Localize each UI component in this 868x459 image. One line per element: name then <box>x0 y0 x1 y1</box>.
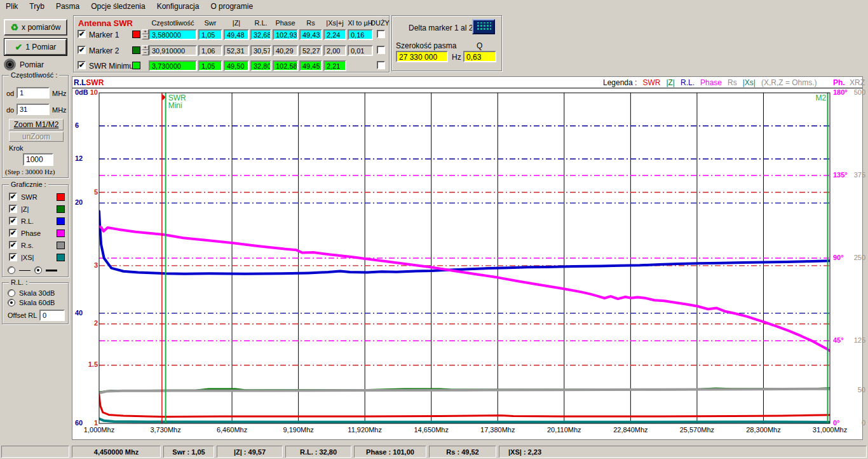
menu-item-6[interactable]: O programie <box>205 1 259 12</box>
skala-30-row[interactable]: Skala 30dB <box>8 289 66 297</box>
pomiar-indicator[interactable]: Pomiar <box>4 58 44 71</box>
marker-visible-checkbox[interactable]: ✔ <box>78 46 86 54</box>
duzy-checkbox[interactable] <box>377 46 385 54</box>
menu-item-1[interactable]: Plik <box>0 1 24 12</box>
one-pomiar-button[interactable]: ✔ 1 Pomiar <box>4 38 67 56</box>
graficznie-checkbox[interactable]: ✔ <box>9 253 17 261</box>
spin-down-icon[interactable]: − <box>142 50 149 55</box>
cell-freq[interactable]: 3,580000 <box>149 29 197 40</box>
unzoom-button[interactable]: unZoom <box>9 132 64 142</box>
swr-axis-label: 5 <box>78 188 98 196</box>
marker-visible-checkbox[interactable]: ✔ <box>78 30 86 38</box>
skala-60-row[interactable]: Skala 60dB <box>8 299 66 306</box>
duzy-checkbox[interactable] <box>377 61 385 69</box>
skala-30db-radio[interactable] <box>8 289 15 297</box>
pomiar-label: Pomiar <box>20 60 44 69</box>
marker-color-swatch <box>132 62 140 69</box>
color-swatch <box>57 254 65 261</box>
color-swatch <box>57 242 65 249</box>
unzoom-label: unZoom <box>22 132 50 141</box>
marker-spinner[interactable]: +− <box>142 29 149 40</box>
cell-rl[interactable]: 32,80 <box>250 60 271 71</box>
graficznie-checkbox[interactable]: ✔ <box>9 217 17 225</box>
graficznie-row-phase: ✔Phase <box>9 229 65 237</box>
x-tick-label: 11,920Mhz <box>338 426 391 434</box>
check-icon: ✔ <box>10 205 16 213</box>
chart-panel: R.LSWR Legenda :SWR|Z|R.L.PhaseRs|Xs|(X,… <box>72 76 863 440</box>
bandwidth-label: Szerokość pasma <box>396 41 456 50</box>
freq-from-input[interactable] <box>17 87 50 99</box>
graficznie-checkbox[interactable]: ✔ <box>9 193 17 201</box>
cell-phase[interactable]: 102,58 <box>273 60 298 71</box>
graficznie-checkbox[interactable]: ✔ <box>9 205 17 213</box>
thick-line-icon <box>46 270 57 271</box>
marker-row-label: Marker 1 <box>89 31 119 39</box>
menu-item-3[interactable]: Pasma <box>50 1 85 12</box>
skala-60db-radio[interactable] <box>8 299 15 306</box>
zoom-m1m2-button[interactable]: Zoom M1/M2 <box>9 119 64 130</box>
status-cell-2: Swr : 1,05 <box>163 446 214 458</box>
x-tick-label: 14,650Mhz <box>405 426 458 434</box>
color-swatch <box>57 217 65 225</box>
frequency-group-title: Częstotliwość : <box>9 71 59 79</box>
table-row: ✔Marker 2+−30,9100001,0652,3130,5740,295… <box>74 45 389 58</box>
x-tick-label: 25,570Mhz <box>670 426 724 434</box>
graficznie-label: SWR <box>21 193 37 201</box>
q-value[interactable]: 0,63 <box>463 51 496 62</box>
status-cell-4: R.L. : 32,80 <box>285 446 351 458</box>
freq-to-input[interactable] <box>17 104 50 115</box>
cell-xs[interactable]: 2,24 <box>323 29 346 40</box>
rl-axis-label: 20 <box>75 198 83 206</box>
zoom-m1m2-label: Zoom M1/M2 <box>14 120 59 129</box>
chart-plot[interactable]: SWRMiniM2 <box>72 77 864 441</box>
marker-visible-checkbox[interactable]: ✔ <box>78 61 86 69</box>
cell-rs[interactable]: 49,45 <box>299 60 322 71</box>
rl-axis-label: 6 <box>75 121 79 129</box>
menu-bar: PlikTrybPasmaOpcje śledzeniaKonfiguracja… <box>0 0 868 13</box>
menu-item-5[interactable]: Konfiguracja <box>151 1 205 12</box>
line-thick-radio[interactable] <box>34 266 42 274</box>
marker-row-label: SWR Minimu <box>89 62 133 71</box>
delta-title: Delta marker 1 al 2 <box>409 24 473 32</box>
cell-swr[interactable]: 1,05 <box>198 60 222 71</box>
cell-rl[interactable]: 30,57 <box>250 45 271 56</box>
cell-xl[interactable]: 0,01 <box>348 45 373 56</box>
cell-xl[interactable]: 0,16 <box>348 29 373 40</box>
cell-phase[interactable]: 102,93 <box>273 29 298 40</box>
cell-z[interactable]: 52,31 <box>224 45 249 56</box>
od-unit: MHz <box>52 90 67 97</box>
calculator-icon[interactable] <box>472 19 495 34</box>
q-label: Q <box>477 41 482 50</box>
menu-item-2[interactable]: Tryb <box>24 1 50 12</box>
cell-freq[interactable]: 30,910000 <box>149 45 197 56</box>
graficznie-row-xs: ✔|XS| <box>9 253 65 261</box>
line-thin-radio[interactable] <box>8 266 15 274</box>
graficznie-label: Phase <box>21 230 41 237</box>
cell-z[interactable]: 49,50 <box>224 60 249 71</box>
cell-swr[interactable]: 1,05 <box>198 29 222 40</box>
check-icon: ✔ <box>10 193 16 201</box>
offset-rl-input[interactable] <box>39 310 65 321</box>
status-cell-0 <box>1 446 69 458</box>
cell-rs[interactable]: 52,27 <box>299 45 322 56</box>
cell-rs[interactable]: 49,43 <box>299 29 322 40</box>
graficznie-checkbox[interactable]: ✔ <box>9 241 17 249</box>
cell-z[interactable]: 49,48 <box>224 29 249 40</box>
x-pomiarow-button[interactable]: ♻ x pomiarów <box>4 19 67 36</box>
cell-rl[interactable]: 32,68 <box>250 29 271 40</box>
x-tick-label: 17,380Mhz <box>471 426 524 434</box>
cell-xs[interactable]: 2,00 <box>323 45 346 56</box>
menu-item-4[interactable]: Opcje śledzenia <box>85 1 151 12</box>
cell-xs[interactable]: 2,21 <box>323 60 346 71</box>
graficznie-checkbox[interactable]: ✔ <box>9 229 17 237</box>
spin-down-icon[interactable]: − <box>142 34 149 39</box>
krok-input[interactable] <box>23 153 53 166</box>
bandwidth-value[interactable]: 27 330 000 <box>396 51 448 62</box>
status-cell-3: |Z| : 49,57 <box>217 446 283 458</box>
cell-freq[interactable]: 3,730000 <box>149 60 197 71</box>
column-header-phase: Phase <box>273 19 298 27</box>
duzy-checkbox[interactable] <box>377 30 385 38</box>
cell-swr[interactable]: 1,06 <box>198 45 222 56</box>
marker-spinner[interactable]: +− <box>142 45 149 56</box>
cell-phase[interactable]: 40,29 <box>273 45 298 56</box>
